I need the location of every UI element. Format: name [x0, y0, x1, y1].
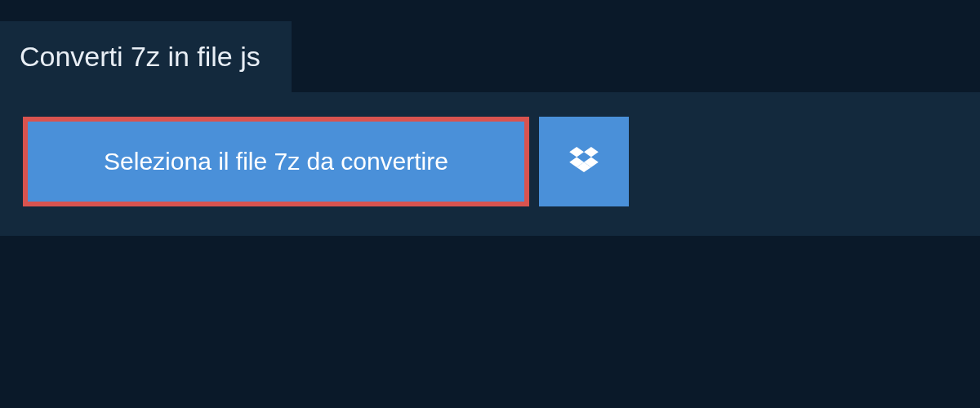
select-file-label: Seleziona il file 7z da convertire [104, 148, 448, 175]
main-panel: Seleziona il file 7z da convertire [0, 92, 980, 236]
page-title: Converti 7z in file js [20, 41, 261, 73]
dropbox-button[interactable] [539, 117, 629, 206]
select-file-button[interactable]: Seleziona il file 7z da convertire [23, 117, 529, 206]
button-row: Seleziona il file 7z da convertire [23, 117, 957, 206]
dropbox-icon [569, 147, 599, 176]
page-tab-header: Converti 7z in file js [0, 21, 292, 92]
